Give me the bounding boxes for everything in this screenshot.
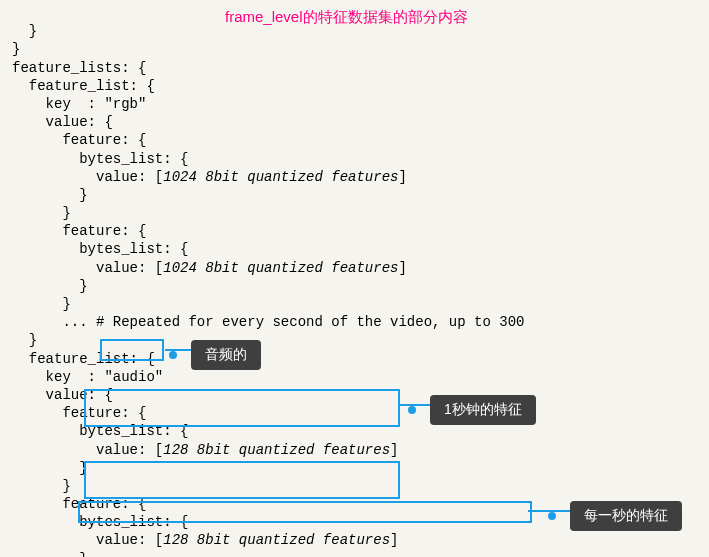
code-line: }	[12, 205, 71, 221]
code-line: value: [128 8bit quantized features]	[12, 532, 398, 548]
code-line: }	[12, 478, 71, 494]
highlight-box-value1	[84, 389, 400, 427]
feature-value: 1024 8bit quantized features	[163, 260, 398, 276]
callout-dot-icon	[548, 512, 556, 520]
code-line: value: {	[12, 114, 113, 130]
code-line: value: [1024 8bit quantized features]	[12, 260, 407, 276]
code-line: feature: {	[12, 223, 146, 239]
code-line: bytes_list: {	[12, 151, 188, 167]
code-line: key : "audio"	[12, 369, 163, 385]
highlight-box-value2	[84, 461, 400, 499]
callout-text: 音频的	[205, 346, 247, 364]
highlight-box-audio	[100, 339, 164, 361]
code-line: value: [1024 8bit quantized features]	[12, 169, 407, 185]
code-line: ... # Repeated for every second of the v…	[12, 314, 524, 330]
code-line: value: [128 8bit quantized features]	[12, 442, 398, 458]
feature-value: 1024 8bit quantized features	[163, 169, 398, 185]
callout-every-second: 每一秒的特征	[570, 501, 682, 531]
code-line: }	[12, 551, 88, 557]
code-line: feature: {	[12, 132, 146, 148]
code-line: feature_list: {	[12, 78, 155, 94]
title-text: frame_level的特征数据集的部分内容	[225, 8, 468, 27]
code-line: }	[12, 296, 71, 312]
callout-text: 每一秒的特征	[584, 507, 668, 525]
code-line: key : "rgb"	[12, 96, 146, 112]
feature-value: 128 8bit quantized features	[163, 532, 390, 548]
code-line: }	[12, 460, 88, 476]
callout-dot-icon	[169, 351, 177, 359]
code-line: }	[12, 278, 88, 294]
code-line: }	[12, 332, 37, 348]
code-line: feature_lists: {	[12, 60, 146, 76]
callout-one-second: 1秒钟的特征	[430, 395, 536, 425]
callout-dot-icon	[408, 406, 416, 414]
code-line: }	[12, 23, 37, 39]
code-line: }	[12, 187, 88, 203]
callout-audio: 音频的	[191, 340, 261, 370]
code-line: bytes_list: {	[12, 241, 188, 257]
feature-value: 128 8bit quantized features	[163, 442, 390, 458]
callout-text: 1秒钟的特征	[444, 401, 522, 419]
code-line: }	[12, 41, 20, 57]
highlight-box-repeat	[78, 501, 532, 523]
